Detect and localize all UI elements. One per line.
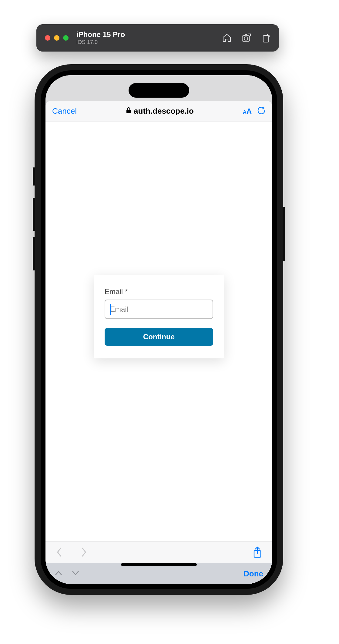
back-button[interactable] — [56, 547, 62, 558]
forward-button[interactable] — [81, 547, 87, 558]
volume-down-button[interactable] — [33, 237, 35, 270]
share-button[interactable] — [253, 546, 262, 559]
rotate-icon[interactable] — [261, 33, 270, 43]
device-screen: Cancel auth.descope.io AA Email * — [45, 75, 272, 584]
next-field-button[interactable] — [72, 570, 79, 577]
home-icon[interactable] — [222, 33, 232, 43]
page-content: Email * Continue — [45, 122, 272, 542]
url-host-text: auth.descope.io — [134, 106, 194, 116]
simulator-device-name: iPhone 15 Pro — [76, 30, 125, 39]
svg-point-1 — [244, 37, 247, 40]
continue-button[interactable]: Continue — [105, 328, 213, 346]
url-display[interactable]: auth.descope.io — [80, 106, 240, 116]
window-traffic-lights — [45, 35, 69, 41]
text-size-button[interactable]: AA — [243, 107, 252, 116]
lock-icon — [126, 106, 131, 116]
simulator-titlebar: iPhone 15 Pro iOS 17.0 — [36, 24, 279, 52]
keyboard-done-button[interactable]: Done — [243, 569, 263, 579]
close-window-button[interactable] — [45, 35, 50, 41]
cancel-button[interactable]: Cancel — [52, 106, 77, 116]
keyboard-accessory-bar: Done — [45, 563, 272, 584]
email-field[interactable] — [105, 300, 213, 319]
reload-button[interactable] — [257, 106, 266, 116]
previous-field-button[interactable] — [55, 570, 62, 577]
email-input-wrapper — [105, 300, 213, 319]
dynamic-island — [129, 83, 189, 98]
safari-navigation-bar: Cancel auth.descope.io AA — [45, 101, 272, 122]
zoom-window-button[interactable] — [63, 35, 69, 41]
volume-mute-switch[interactable] — [33, 167, 35, 186]
email-label: Email * — [105, 287, 213, 296]
svg-rect-2 — [263, 35, 269, 42]
simulator-title-block: iPhone 15 Pro iOS 17.0 — [76, 30, 125, 45]
home-indicator[interactable] — [121, 563, 197, 566]
simulator-os-version: iOS 17.0 — [76, 39, 125, 46]
volume-up-button[interactable] — [33, 198, 35, 231]
power-button[interactable] — [283, 207, 285, 261]
screenshot-icon[interactable] — [241, 33, 251, 43]
auth-card: Email * Continue — [94, 275, 224, 358]
minimize-window-button[interactable] — [54, 35, 59, 41]
safari-auth-sheet: Cancel auth.descope.io AA Email * — [45, 101, 272, 584]
svg-rect-3 — [126, 110, 131, 113]
device-frame: Cancel auth.descope.io AA Email * — [35, 64, 283, 595]
safari-bottom-toolbar — [45, 542, 272, 563]
